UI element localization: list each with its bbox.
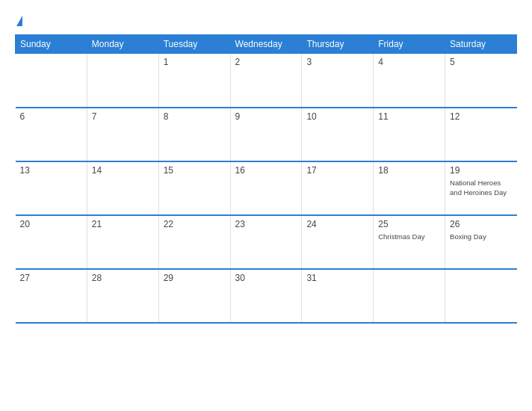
day-number: 9	[235, 111, 297, 122]
calendar-cell: 31	[302, 269, 374, 323]
calendar-cell: 2	[230, 54, 302, 108]
day-number: 13	[20, 165, 82, 176]
day-number: 22	[164, 219, 226, 229]
calendar-cell: 11	[374, 108, 445, 161]
calendar-cell	[87, 54, 158, 108]
calendar-cell: 24	[302, 215, 374, 269]
calendar-cell: 18	[374, 161, 445, 215]
calendar-cell: 16	[230, 161, 302, 215]
calendar-cell	[374, 269, 445, 323]
day-number: 23	[235, 219, 297, 229]
day-number: 11	[378, 111, 440, 122]
event-label: National Heroes and Heroines Day	[450, 179, 507, 197]
calendar-cell: 10	[302, 108, 374, 161]
calendar-cell: 14	[87, 161, 158, 215]
calendar-cell: 21	[87, 215, 158, 269]
day-number: 29	[164, 273, 226, 283]
day-number: 6	[20, 111, 82, 122]
col-header-tuesday: Tuesday	[158, 35, 230, 54]
day-number: 30	[235, 273, 297, 283]
page: SundayMondayTuesdayWednesdayThursdayFrid…	[0, 0, 532, 411]
day-number: 7	[92, 111, 154, 122]
logo	[15, 13, 22, 27]
calendar-cell: 26Boxing Day	[445, 215, 517, 269]
calendar-table: SundayMondayTuesdayWednesdayThursdayFrid…	[15, 34, 517, 324]
day-number: 5	[450, 57, 512, 67]
day-number: 8	[164, 111, 226, 122]
calendar-cell: 15	[158, 161, 230, 215]
calendar-cell: 27	[16, 269, 87, 323]
logo-general	[15, 13, 22, 27]
day-number: 15	[164, 165, 226, 176]
week-row-0: 12345	[16, 54, 517, 108]
week-row-4: 2728293031	[16, 269, 517, 323]
day-number: 20	[20, 219, 82, 229]
col-header-saturday: Saturday	[445, 35, 517, 54]
day-number: 18	[378, 165, 440, 176]
calendar-cell: 4	[374, 54, 445, 108]
event-label: Christmas Day	[378, 232, 424, 241]
week-row-2: 13141516171819National Heroes and Heroin…	[16, 161, 517, 215]
calendar-header-row: SundayMondayTuesdayWednesdayThursdayFrid…	[16, 35, 517, 54]
day-number: 21	[92, 219, 154, 229]
col-header-monday: Monday	[87, 35, 158, 54]
day-number: 17	[306, 165, 368, 176]
calendar-cell: 30	[230, 269, 302, 323]
col-header-thursday: Thursday	[302, 35, 374, 54]
day-number: 10	[306, 111, 368, 122]
event-label: Boxing Day	[450, 232, 486, 241]
day-number: 1	[164, 57, 226, 67]
col-header-wednesday: Wednesday	[230, 35, 302, 54]
day-number: 28	[92, 273, 154, 283]
calendar-cell: 29	[158, 269, 230, 323]
calendar-cell: 6	[16, 108, 87, 161]
calendar-cell: 20	[16, 215, 87, 269]
day-number: 31	[306, 273, 368, 283]
day-number: 25	[378, 219, 440, 229]
day-number: 19	[450, 165, 512, 176]
calendar-cell: 25Christmas Day	[374, 215, 445, 269]
week-row-3: 202122232425Christmas Day26Boxing Day	[16, 215, 517, 269]
day-number: 27	[20, 273, 82, 283]
week-row-1: 6789101112	[16, 108, 517, 161]
calendar-cell: 28	[87, 269, 158, 323]
day-number: 3	[306, 57, 368, 67]
col-header-sunday: Sunday	[16, 35, 87, 54]
day-number: 2	[235, 57, 297, 67]
calendar-cell: 12	[445, 108, 517, 161]
calendar-cell: 23	[230, 215, 302, 269]
calendar-cell	[445, 269, 517, 323]
col-header-friday: Friday	[374, 35, 445, 54]
logo-triangle-icon	[16, 16, 22, 26]
day-number: 14	[92, 165, 154, 176]
calendar-cell: 7	[87, 108, 158, 161]
day-number: 16	[235, 165, 297, 176]
calendar-cell: 1	[158, 54, 230, 108]
day-number: 12	[450, 111, 512, 122]
header	[15, 13, 517, 27]
calendar-cell: 17	[302, 161, 374, 215]
day-number: 26	[450, 219, 512, 229]
calendar-cell: 13	[16, 161, 87, 215]
calendar-cell: 8	[158, 108, 230, 161]
calendar-cell: 3	[302, 54, 374, 108]
calendar-cell: 5	[445, 54, 517, 108]
calendar-cell: 22	[158, 215, 230, 269]
calendar-cell: 19National Heroes and Heroines Day	[445, 161, 517, 215]
day-number: 4	[378, 57, 440, 67]
day-number: 24	[306, 219, 368, 229]
calendar-cell: 9	[230, 108, 302, 161]
calendar-cell	[16, 54, 87, 108]
